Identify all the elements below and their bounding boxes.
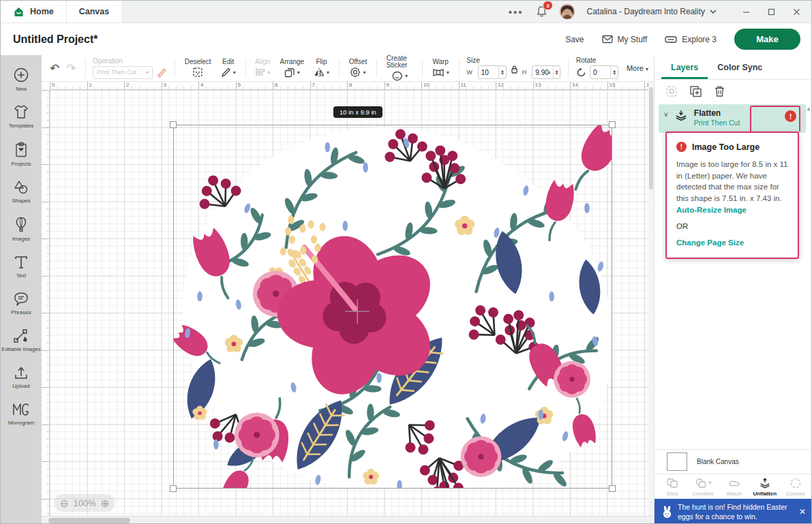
shapes-icon [13,180,29,195]
create-sticker-button[interactable]: Create Sticker ▾ [382,55,417,82]
tab-color-sync[interactable]: Color Sync [708,55,772,79]
delete-icon[interactable] [714,85,725,97]
duplicate-icon[interactable] [689,85,702,97]
sidebar-item-phrases[interactable]: Phrases [1,286,42,322]
layer-actions-bar: Slice ▾ Combine Attach Unflatten Contour [655,474,812,499]
my-stuff-button[interactable]: My Stuff [602,35,648,44]
new-icon [13,67,29,83]
sidebar-item-templates[interactable]: Templates [1,99,42,136]
slice-button[interactable]: Slice [660,477,685,497]
error-highlight-outline [750,106,800,132]
align-button[interactable]: Align ▾ [250,59,275,78]
project-header: Untitled Project* Save My Stuff Explore … [1,23,812,55]
sidebar-item-new[interactable]: New [1,61,42,99]
canvas-vertical-scrollbar[interactable] [648,82,654,516]
rotate-stepper[interactable]: ▲▼ [610,66,617,78]
zoom-level: 100% [74,498,96,508]
blank-canvas-row[interactable]: Blank Canvas [655,449,812,474]
contour-button[interactable]: Contour [783,477,808,497]
offset-button[interactable]: Offset ▾ [344,59,372,78]
sidebar-item-text[interactable]: Text [1,249,42,286]
warp-button[interactable]: Warp ▾ [427,59,454,78]
color-pen-icon[interactable] [156,67,167,78]
account-name: Catalina - Daydream Into Reality [587,7,705,16]
deselect-icon [192,67,203,78]
make-button[interactable]: Make [734,29,800,50]
editable-images-icon [13,328,29,343]
layers-list: ˅ Flatten Print Then Cut ! ! Image Too L… [655,103,812,449]
sidebar-item-editable-images[interactable]: Editable Images [1,322,42,359]
sidebar-item-images[interactable]: Images [1,211,42,249]
easter-promo-banner[interactable]: The hunt is on! Find hidden Easter eggs … [655,499,812,524]
sidebar-item-upload[interactable]: Upload [1,359,42,396]
minimize-button[interactable] [742,8,750,16]
design-canvas[interactable]: 012345678910111213141516 01234567891011 … [42,82,654,516]
size-tooltip: 10 in x 9.9 in [333,106,382,118]
flip-button[interactable]: Flip ▾ [309,59,334,78]
operation-select[interactable]: Print Then Cut▾ [93,66,153,79]
machine-selector[interactable]: Explore 3 [665,35,717,44]
close-button[interactable] [793,8,800,16]
home-icon [13,6,25,18]
unflatten-button[interactable]: Unflatten [753,477,777,497]
combine-button[interactable]: ▾ Combine [691,477,715,497]
canvas-horizontal-scrollbar[interactable] [42,516,654,524]
avatar[interactable] [560,4,575,19]
ruler-vertical: 01234567891011 [42,90,50,516]
resize-handle-top-left[interactable] [170,121,177,128]
templates-icon [13,105,29,120]
resize-handle-bottom-right[interactable] [609,485,616,492]
selection-bounding-box[interactable] [173,125,612,489]
images-icon [14,217,28,233]
redo-button[interactable]: ↷ [66,61,76,76]
arrange-button[interactable]: Arrange ▾ [275,59,310,78]
banner-close-icon[interactable]: ✕ [797,507,808,517]
text-icon [14,255,29,270]
size-label: Size [466,57,560,64]
resize-handle-bottom-left[interactable] [170,485,177,492]
deselect-button[interactable]: Deselect [180,59,216,78]
zoom-out-button[interactable]: ⊖ [60,498,69,508]
save-button[interactable]: Save [565,35,584,44]
height-stepper[interactable]: ▲▼ [553,66,560,78]
projects-icon [14,142,28,158]
machine-icon [665,35,677,44]
layers-scrollbar[interactable]: ▲ [805,106,812,446]
size-height-input[interactable]: ▲▼ [532,65,560,79]
design-sidebar: New Templates Projects Shapes Images Tex… [1,55,42,524]
layer-expand-chevron[interactable]: ˅ [664,111,668,119]
lock-icon[interactable] [510,65,519,74]
edit-toolbar: ↶ ↷ Operation Print Then Cut▾ Deselect [42,55,654,82]
tab-layers[interactable]: Layers [661,55,708,79]
resize-handle-top-right[interactable] [609,121,616,128]
maximize-button[interactable] [768,8,775,16]
attach-button[interactable]: Attach [722,477,747,497]
account-selector[interactable]: Catalina - Daydream Into Reality [587,7,717,16]
rotate-input[interactable]: ▲▼ [590,65,618,79]
undo-button[interactable]: ↶ [50,61,59,76]
zoom-in-button[interactable]: ⊕ [101,498,110,508]
sidebar-item-projects[interactable]: Projects [1,136,42,174]
size-width-input[interactable]: ▲▼ [478,65,507,79]
error-message: Image is too large for 8.5 in x 11 in (L… [676,159,788,204]
auto-resize-link[interactable]: Auto-Resize Image [676,206,788,214]
arrange-icon [284,67,295,78]
tab-home[interactable]: Home [1,1,67,22]
phrases-icon [13,292,29,307]
monogram-icon [12,402,30,417]
notifications-button[interactable]: 3 [536,5,547,18]
overflow-menu-icon[interactable]: ••• [509,6,524,18]
sidebar-item-shapes[interactable]: Shapes [1,174,42,211]
more-button[interactable]: More ▾ [627,64,648,72]
width-stepper[interactable]: ▲▼ [498,66,505,78]
floral-sticker-image[interactable] [174,125,612,488]
flatten-icon [674,108,688,122]
operation-label: Operation [93,58,167,65]
sidebar-item-monogram[interactable]: Monogram [1,396,42,433]
tab-canvas-label: Canvas [79,7,109,16]
tab-canvas[interactable]: Canvas [67,1,121,22]
change-page-size-link[interactable]: Change Page Size [676,238,788,247]
edit-button[interactable]: Edit ▾ [216,59,241,78]
warp-icon [432,68,445,77]
group-select-icon[interactable] [665,85,678,97]
